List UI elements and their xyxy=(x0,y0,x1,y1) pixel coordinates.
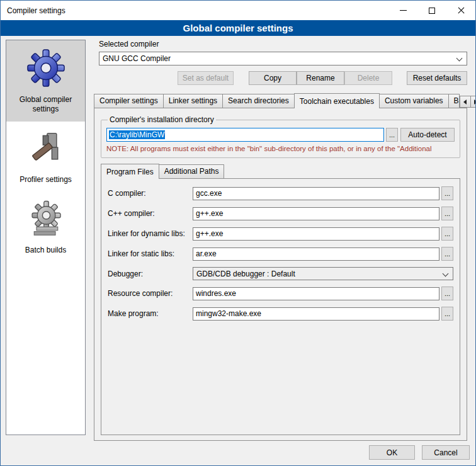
titlebar: Compiler settings xyxy=(1,1,475,20)
field-label: Debugger: xyxy=(108,270,193,278)
ok-button[interactable]: OK xyxy=(369,445,415,460)
chevron-down-icon xyxy=(443,271,449,277)
set-as-default-button: Set as default xyxy=(178,71,234,85)
close-button[interactable] xyxy=(446,1,475,20)
arrow-left-icon xyxy=(463,99,467,105)
tab-compiler-settings[interactable]: Compiler settings xyxy=(94,94,164,108)
cpp-compiler-browse-button[interactable]: ... xyxy=(441,207,453,220)
field-row-resource-compiler: Resource compiler: ... xyxy=(108,287,453,300)
maximize-button[interactable] xyxy=(417,1,446,20)
bin-subdirectory-note: NOTE: All programs must exist either in … xyxy=(106,145,455,152)
sidebar-item-label: Profiler settings xyxy=(20,175,72,185)
selected-compiler-label: Selected compiler xyxy=(99,40,472,48)
auto-detect-button[interactable]: Auto-detect xyxy=(400,128,455,142)
minimize-button[interactable] xyxy=(388,1,417,20)
tab-scroll-right-button[interactable] xyxy=(470,96,476,108)
dynamic-libs-linker-browse-button[interactable]: ... xyxy=(441,227,453,241)
profiler-tool-icon xyxy=(27,130,65,170)
tab-program-files[interactable]: Program Files xyxy=(101,164,159,179)
field-label: Make program: xyxy=(108,309,193,318)
sidebar-item-global-compiler-settings[interactable]: Global compiler settings xyxy=(6,40,85,122)
field-label: C++ compiler: xyxy=(108,209,193,218)
field-label: Linker for dynamic libs: xyxy=(108,229,193,238)
tab-toolchain-executables[interactable]: Toolchain executables xyxy=(294,93,380,108)
c-compiler-browse-button[interactable]: ... xyxy=(441,186,453,200)
make-program-input[interactable] xyxy=(193,307,439,321)
dialog-footer: OK Cancel xyxy=(369,445,470,460)
installation-directory-row: C:\raylib\MinGW ... Auto-detect xyxy=(106,128,455,142)
tab-scroll-left-button[interactable] xyxy=(460,96,471,108)
reset-defaults-button[interactable]: Reset defaults xyxy=(407,71,467,85)
c-compiler-input[interactable] xyxy=(193,187,439,200)
chevron-down-icon xyxy=(456,55,463,62)
installation-directory-browse-button[interactable]: ... xyxy=(386,128,398,142)
window-title: Compiler settings xyxy=(1,6,65,15)
dialog-header-title: Global compiler settings xyxy=(1,20,475,36)
debugger-select[interactable]: GDB/CDB debugger : Default xyxy=(193,267,453,280)
field-row-dynamic-linker: Linker for dynamic libs: ... xyxy=(108,227,453,241)
installation-directory-group: Compiler's installation directory C:\ray… xyxy=(101,115,460,158)
resource-compiler-input[interactable] xyxy=(193,287,439,300)
program-files-panel: C compiler: ... C++ compiler: ... Linker… xyxy=(101,178,460,435)
field-label: Linker for static libs: xyxy=(108,249,193,258)
resource-compiler-browse-button[interactable]: ... xyxy=(441,287,453,300)
rename-button[interactable]: Rename xyxy=(297,71,344,85)
maximize-icon xyxy=(429,8,435,14)
tab-additional-paths[interactable]: Additional Paths xyxy=(159,164,225,178)
installation-directory-value: C:\raylib\MinGW xyxy=(109,130,165,139)
close-icon xyxy=(457,7,465,14)
compiler-settings-dialog: Compiler settings Global compiler settin… xyxy=(0,0,476,466)
field-row-static-linker: Linker for static libs: ... xyxy=(108,247,453,261)
cancel-button[interactable]: Cancel xyxy=(422,445,470,460)
static-libs-linker-input[interactable] xyxy=(193,247,439,261)
tab-scroll-controls xyxy=(460,96,476,108)
installation-directory-input[interactable]: C:\raylib\MinGW xyxy=(106,128,384,142)
compiler-actions: Set as default Copy Rename Delete Reset … xyxy=(99,71,467,85)
installation-directory-legend: Compiler's installation directory xyxy=(108,115,216,124)
sidebar-item-batch-builds[interactable]: Batch builds xyxy=(6,192,85,263)
static-libs-linker-browse-button[interactable]: ... xyxy=(441,247,453,261)
settings-sidebar: Global compiler settings Profiler settin… xyxy=(6,40,86,435)
field-row-cpp-compiler: C++ compiler: ... xyxy=(108,207,453,220)
cpp-compiler-input[interactable] xyxy=(193,207,439,220)
field-label: Resource compiler: xyxy=(108,289,193,298)
minimize-icon xyxy=(400,10,407,11)
debugger-select-value: GDB/CDB debugger : Default xyxy=(196,270,295,278)
compiler-select-value: GNU GCC Compiler xyxy=(103,54,171,63)
tab-search-directories[interactable]: Search directories xyxy=(222,94,295,108)
sidebar-item-label: Global compiler settings xyxy=(9,95,82,114)
field-row-debugger: Debugger: GDB/CDB debugger : Default xyxy=(108,267,453,280)
delete-button: Delete xyxy=(344,71,392,85)
dynamic-libs-linker-input[interactable] xyxy=(193,227,439,241)
field-label: C compiler: xyxy=(108,189,193,198)
main-content: Selected compiler GNU GCC Compiler Set a… xyxy=(92,40,472,441)
copy-button[interactable]: Copy xyxy=(249,71,297,85)
settings-tabstrip: Compiler settings Linker settings Search… xyxy=(94,93,472,108)
tab-linker-settings[interactable]: Linker settings xyxy=(163,94,223,108)
make-program-browse-button[interactable]: ... xyxy=(441,307,453,321)
tab-build-options[interactable]: Buil xyxy=(448,94,460,108)
field-row-make-program: Make program: ... xyxy=(108,307,453,321)
window-controls xyxy=(388,1,475,20)
gear-stack-icon xyxy=(27,200,65,241)
field-row-c-compiler: C compiler: ... xyxy=(108,186,453,200)
toolchain-executables-panel: Compiler's installation directory C:\ray… xyxy=(94,108,467,441)
sidebar-item-profiler-settings[interactable]: Profiler settings xyxy=(6,122,85,192)
program-files-tabstrip: Program Files Additional Paths xyxy=(101,164,463,178)
tab-custom-variables[interactable]: Custom variables xyxy=(379,94,449,108)
sidebar-item-label: Batch builds xyxy=(25,246,66,255)
compiler-select[interactable]: GNU GCC Compiler xyxy=(99,52,467,65)
gear-blue-icon xyxy=(26,48,65,90)
